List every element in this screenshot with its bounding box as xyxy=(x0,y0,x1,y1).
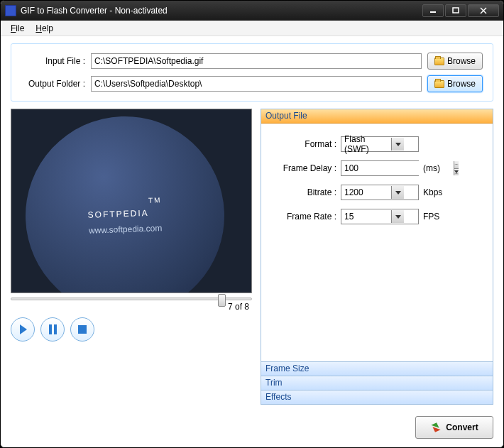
app-window: GIF to Flash Converter - Non-activated F… xyxy=(0,0,504,448)
section-trim[interactable]: Trim xyxy=(261,376,493,390)
frame-counter: 7 of 8 xyxy=(11,302,252,312)
format-label: Format : xyxy=(271,139,336,149)
file-panel: Input File : Browse Output Folder : Brow… xyxy=(11,43,493,102)
dropdown-icon xyxy=(391,138,404,151)
output-folder-field[interactable] xyxy=(91,76,422,92)
format-select[interactable]: Flash (SWF) xyxy=(341,136,419,152)
bottom-bar: Convert xyxy=(11,412,493,439)
close-button[interactable] xyxy=(468,4,499,17)
stop-button[interactable] xyxy=(70,317,94,342)
settings-panel: Output File Format : Flash (SWF) Frame D… xyxy=(261,109,493,405)
minimize-button[interactable] xyxy=(422,4,444,17)
left-column: SOFTPEDIATM www.softpedia.com 7 of 8 xyxy=(11,109,252,405)
slider-thumb[interactable] xyxy=(218,294,226,307)
stop-icon xyxy=(78,325,87,334)
frame-slider[interactable] xyxy=(11,297,252,300)
play-button[interactable] xyxy=(11,317,35,342)
preview-pane: SOFTPEDIATM www.softpedia.com xyxy=(11,109,252,293)
output-file-body: Format : Flash (SWF) Frame Delay : xyxy=(261,124,493,361)
convert-button[interactable]: Convert xyxy=(415,416,493,439)
bitrate-label: Bitrate : xyxy=(271,187,336,197)
spin-down-icon[interactable] xyxy=(454,169,459,176)
menu-file[interactable]: File xyxy=(5,22,30,35)
input-file-field[interactable] xyxy=(91,53,422,69)
frame-rate-select[interactable]: 15 xyxy=(341,209,419,224)
section-frame-size[interactable]: Frame Size xyxy=(261,361,493,376)
browse-output-button[interactable]: Browse xyxy=(427,75,483,92)
main-area: SOFTPEDIATM www.softpedia.com 7 of 8 xyxy=(11,109,493,405)
bitrate-select[interactable]: 1200 xyxy=(341,185,419,200)
bitrate-unit: Kbps xyxy=(423,187,451,197)
svg-rect-1 xyxy=(453,8,459,13)
window-title: GIF to Flash Converter - Non-activated xyxy=(21,6,422,16)
menubar: File Help xyxy=(1,21,503,36)
dropdown-icon xyxy=(391,186,404,199)
section-output-file[interactable]: Output File xyxy=(261,109,493,124)
pause-icon xyxy=(49,324,57,334)
spin-up-icon[interactable] xyxy=(454,161,459,169)
frame-rate-label: Frame Rate : xyxy=(271,212,336,222)
folder-icon xyxy=(434,58,444,65)
app-icon xyxy=(5,5,16,16)
output-folder-label: Output Folder : xyxy=(21,79,85,89)
frame-rate-unit: FPS xyxy=(423,212,451,222)
maximize-button[interactable] xyxy=(445,4,466,17)
section-effects[interactable]: Effects xyxy=(261,390,493,404)
folder-icon xyxy=(434,80,444,88)
frame-delay-spinner[interactable] xyxy=(341,160,419,176)
menu-help[interactable]: Help xyxy=(30,22,59,35)
browse-input-button[interactable]: Browse xyxy=(427,53,483,70)
play-icon xyxy=(20,324,27,334)
pause-button[interactable] xyxy=(40,317,65,342)
dropdown-icon xyxy=(391,210,404,223)
input-file-label: Input File : xyxy=(21,56,85,66)
titlebar[interactable]: GIF to Flash Converter - Non-activated xyxy=(1,1,503,21)
content-area: Input File : Browse Output Folder : Brow… xyxy=(1,36,503,447)
frame-delay-label: Frame Delay : xyxy=(271,163,336,173)
convert-icon xyxy=(430,422,442,432)
frame-delay-unit: (ms) xyxy=(423,163,451,173)
